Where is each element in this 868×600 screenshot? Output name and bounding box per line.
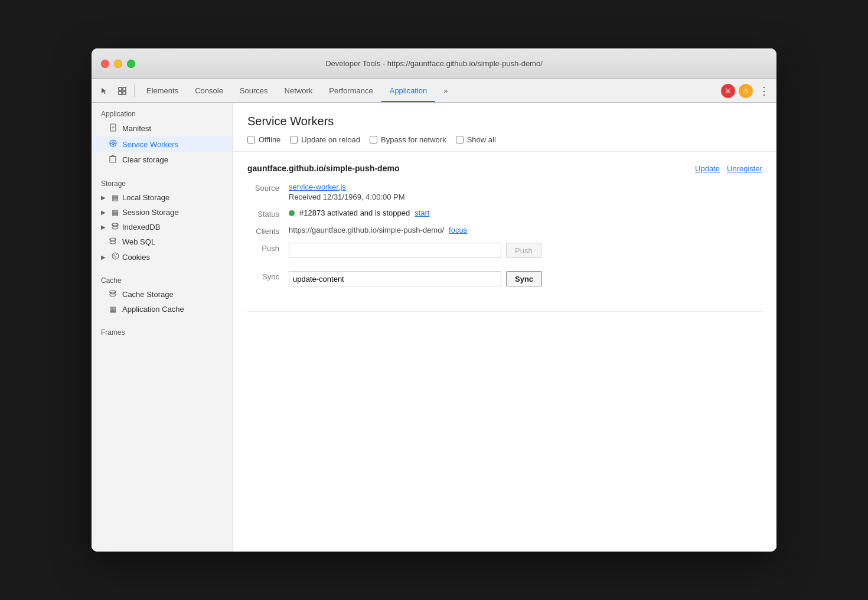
more-options-icon[interactable]: ⋮ [756, 84, 772, 97]
checkbox-bypass-for-network[interactable]: Bypass for network [370, 135, 446, 144]
cursor-icon[interactable] [96, 83, 113, 99]
tab-performance[interactable]: Performance [321, 79, 381, 102]
maximize-button[interactable] [127, 60, 135, 68]
sidebar-item-session-storage[interactable]: ▶ ▦ Session Storage [92, 205, 233, 220]
traffic-lights [101, 60, 135, 68]
clients-url: https://gauntface.github.io/simple-push-… [289, 226, 444, 234]
status-value: #12873 activated and is stopped start [289, 208, 762, 217]
svg-point-24 [115, 256, 116, 257]
error-icon[interactable]: ✕ [721, 84, 735, 98]
update-on-reload-label: Update on reload [301, 135, 360, 144]
svg-point-23 [116, 254, 117, 255]
sw-domain-row: gauntface.github.io/simple-push-demo Upd… [247, 164, 762, 173]
svg-rect-3 [123, 92, 126, 94]
push-label: Push [247, 243, 289, 253]
svg-rect-14 [110, 156, 116, 162]
sidebar-item-manifest[interactable]: Manifest [92, 120, 233, 136]
devtools-body: Application Manifest Service Workers Cle… [92, 103, 776, 552]
received-text: Received 12/31/1969, 4:00:00 PM [289, 193, 762, 201]
window-title: Developer Tools - https://gauntface.gith… [325, 59, 543, 68]
svg-rect-2 [119, 92, 122, 94]
minimize-button[interactable] [114, 60, 122, 68]
main-header: Service Workers Offline Update on reload… [233, 103, 776, 152]
source-file-link[interactable]: service-worker.js [289, 182, 346, 191]
main-content: Service Workers Offline Update on reload… [233, 103, 776, 552]
svg-point-20 [110, 238, 116, 240]
start-link[interactable]: start [415, 208, 429, 217]
sidebar-section-storage: Storage [92, 172, 233, 190]
sync-input[interactable] [289, 271, 501, 286]
sidebar-section-frames: Frames [92, 321, 233, 339]
sw-actions: Update Unregister [695, 164, 762, 173]
inspect-icon[interactable] [114, 83, 130, 99]
bypass-for-network-checkbox[interactable] [370, 136, 377, 144]
sw-source-row: Source service-worker.js Received 12/31/… [247, 182, 762, 201]
sidebar-label-service-workers: Service Workers [122, 140, 178, 149]
tab-elements[interactable]: Elements [138, 79, 187, 102]
toolbar-right: ✕ ⚠ ⋮ [721, 84, 772, 98]
status-row: #12873 activated and is stopped start [289, 208, 762, 217]
manifest-icon [108, 123, 118, 133]
bypass-for-network-label: Bypass for network [381, 135, 446, 144]
show-all-checkbox[interactable] [456, 136, 464, 144]
push-input[interactable] [289, 243, 501, 258]
sidebar-label-manifest: Manifest [122, 124, 151, 133]
sidebar-item-application-cache[interactable]: ▦ Application Cache [92, 302, 233, 317]
sidebar-item-local-storage[interactable]: ▶ ▦ Local Storage [92, 190, 233, 205]
toolbar: Elements Console Sources Network Perform… [92, 79, 776, 103]
svg-point-22 [113, 255, 115, 256]
clear-storage-icon [108, 155, 118, 165]
sidebar-section-application: Application [92, 103, 233, 120]
sync-label: Sync [247, 271, 289, 281]
web-sql-icon [108, 237, 118, 246]
indexeddb-icon [110, 223, 120, 231]
tab-console[interactable]: Console [187, 79, 231, 102]
svg-rect-1 [123, 87, 126, 90]
service-workers-icon [108, 139, 118, 149]
status-dot [289, 210, 295, 216]
tab-application[interactable]: Application [381, 79, 436, 102]
sidebar-label-session-storage: Session Storage [122, 208, 178, 217]
sync-input-row: Sync [289, 271, 762, 286]
warning-icon[interactable]: ⚠ [739, 84, 753, 98]
sidebar-item-cache-storage[interactable]: Cache Storage [92, 287, 233, 302]
sidebar-item-service-workers[interactable]: Service Workers [92, 136, 233, 152]
svg-point-21 [112, 253, 119, 259]
source-label: Source [247, 182, 289, 193]
update-link[interactable]: Update [695, 164, 720, 173]
sidebar-item-clear-storage[interactable]: Clear storage [92, 152, 233, 168]
offline-checkbox[interactable] [247, 136, 255, 144]
focus-link[interactable]: focus [449, 226, 467, 234]
unregister-link[interactable]: Unregister [727, 164, 762, 173]
session-storage-icon: ▦ [110, 208, 120, 217]
sidebar-item-cookies[interactable]: ▶ Cookies [92, 249, 233, 265]
sidebar-section-cache: Cache [92, 269, 233, 287]
tab-sources[interactable]: Sources [231, 79, 276, 102]
close-button[interactable] [101, 60, 109, 68]
checkbox-show-all[interactable]: Show all [456, 135, 496, 144]
sw-push-row: Push Push [247, 243, 762, 264]
sw-domain: gauntface.github.io/simple-push-demo [247, 164, 399, 173]
push-input-row: Push [289, 243, 762, 258]
sidebar: Application Manifest Service Workers Cle… [92, 103, 233, 552]
sidebar-label-web-sql: Web SQL [122, 237, 155, 246]
svg-point-9 [112, 142, 114, 145]
push-button[interactable]: Push [506, 243, 541, 258]
sw-clients-row: Clients https://gauntface.github.io/simp… [247, 226, 762, 236]
sw-status-row: Status #12873 activated and is stopped s… [247, 208, 762, 219]
sw-sync-row: Sync Sync [247, 271, 762, 292]
svg-point-19 [112, 223, 118, 226]
tab-more[interactable]: » [435, 79, 456, 102]
tab-network[interactable]: Network [276, 79, 321, 102]
sw-entry: gauntface.github.io/simple-push-demo Upd… [247, 164, 762, 312]
cache-storage-icon [108, 290, 118, 299]
checkbox-offline[interactable]: Offline [247, 135, 280, 144]
checkbox-update-on-reload[interactable]: Update on reload [290, 135, 360, 144]
svg-point-25 [113, 257, 114, 257]
cookies-icon [110, 252, 120, 262]
devtools-window: Developer Tools - https://gauntface.gith… [92, 48, 776, 552]
update-on-reload-checkbox[interactable] [290, 136, 298, 144]
sidebar-item-web-sql[interactable]: Web SQL [92, 234, 233, 249]
sync-button[interactable]: Sync [506, 271, 542, 286]
sidebar-item-indexeddb[interactable]: ▶ IndexedDB [92, 220, 233, 234]
